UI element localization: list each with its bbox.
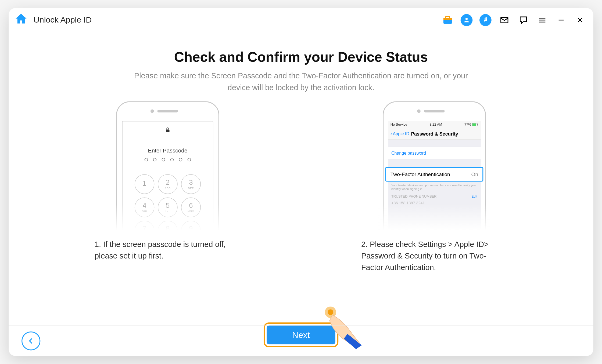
svg-point-3 (465, 17, 468, 20)
keypad-key: 2ABC (158, 174, 178, 194)
trusted-phone-header: TRUSTED PHONE NUMBER Edit (388, 193, 481, 200)
phone-tfa-illustration: No Service 8:22 AM 77% ‹ Apple ID Passwo… (378, 101, 490, 230)
keypad-key: 1 (135, 174, 155, 194)
svg-rect-11 (166, 130, 169, 132)
user-icon[interactable] (458, 12, 475, 28)
page-title: Unlock Apple ID (34, 15, 92, 24)
menu-icon[interactable] (534, 12, 550, 28)
subheading: Please make sure the Screen Passcode and… (125, 70, 477, 93)
passcode-dots (145, 158, 191, 161)
status-carrier: No Service (390, 122, 407, 126)
change-password-row: Change password (388, 147, 481, 159)
battery-icon (472, 123, 478, 126)
svg-rect-2 (446, 16, 450, 18)
svg-point-16 (328, 310, 333, 315)
panel2-caption: 2. Please check Settings > Apple ID> Pas… (361, 239, 507, 274)
bottom-bar (9, 325, 593, 356)
status-battery-pct: 77% (464, 122, 471, 126)
music-search-icon[interactable] (477, 12, 494, 28)
trusted-note: Your trusted devices and phone numbers a… (388, 181, 481, 193)
status-time: 8:22 AM (429, 122, 442, 126)
phone-passcode-illustration: Enter Passcode 12ABC3DEF4GHI5JKL6MNO7PQR… (112, 101, 224, 230)
lock-icon (165, 127, 171, 135)
content-area: Check and Confirm your Device Status Ple… (9, 32, 593, 356)
back-link: ‹ Apple ID (390, 131, 409, 136)
panels: Enter Passcode 12ABC3DEF4GHI5JKL6MNO7PQR… (26, 101, 576, 274)
heading: Check and Confirm your Device Status (174, 49, 428, 65)
toolbox-icon[interactable] (439, 12, 456, 28)
keypad-key: 3DEF (181, 174, 201, 194)
mail-icon[interactable] (496, 12, 513, 28)
minimize-icon[interactable] (553, 12, 569, 28)
panel-passcode: Enter Passcode 12ABC3DEF4GHI5JKL6MNO7PQR… (90, 101, 245, 274)
close-icon[interactable] (572, 12, 588, 28)
tfa-value: On (471, 171, 478, 177)
status-bar: No Service 8:22 AM 77% (388, 121, 481, 128)
app-window: Unlock Apple ID Check and Confirm your D… (9, 8, 593, 356)
enter-passcode-label: Enter Passcode (148, 147, 188, 154)
screen-title: Password & Security (411, 131, 458, 136)
feedback-icon[interactable] (515, 12, 532, 28)
svg-rect-13 (472, 123, 476, 126)
titlebar: Unlock Apple ID (9, 8, 593, 32)
nav-header: ‹ Apple ID Password & Security (388, 128, 481, 140)
edit-link: Edit (471, 195, 477, 198)
panel-tfa: No Service 8:22 AM 77% ‹ Apple ID Passwo… (357, 101, 512, 274)
back-button[interactable] (22, 331, 40, 350)
panel1-caption: 1. If the screen passcode is turned off,… (95, 239, 241, 262)
tfa-label: Two-Factor Authentication (390, 171, 450, 177)
home-icon[interactable] (14, 12, 28, 28)
svg-rect-14 (478, 124, 478, 125)
two-factor-row: Two-Factor Authentication On (385, 167, 483, 181)
svg-point-15 (325, 307, 336, 318)
